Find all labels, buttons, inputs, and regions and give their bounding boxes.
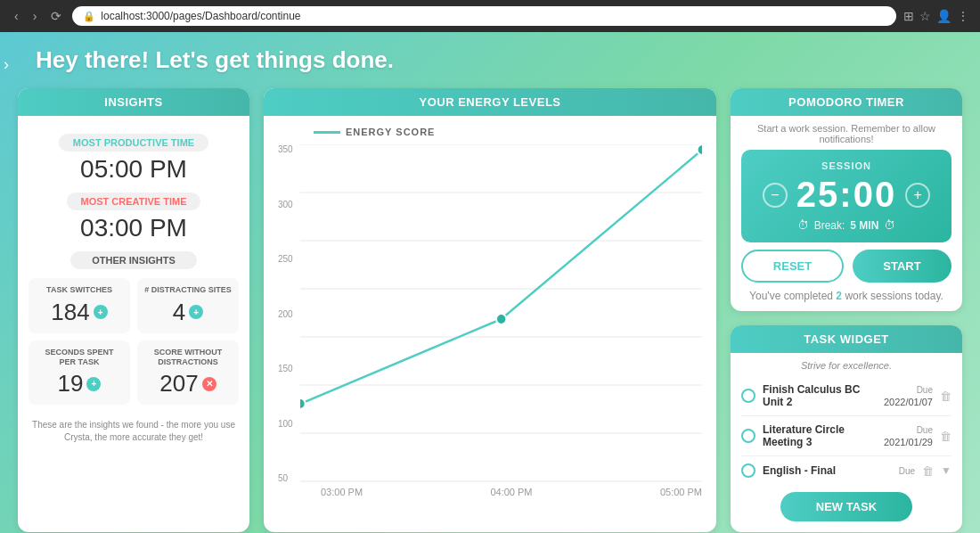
chart-area: 350 300 250 200 150 100 50 [278, 144, 702, 483]
stat-distracting-sites-title: # DISTRACTING SITES [144, 285, 232, 295]
chart-svg-container [300, 144, 702, 483]
page-headline: Hey there! Let's get things done. [18, 46, 962, 74]
pomodoro-reset-button[interactable]: RESET [741, 250, 844, 283]
insights-header: INSIGHTS [18, 88, 249, 116]
main-grid: INSIGHTS MOST PRODUCTIVE TIME 05:00 PM M… [18, 88, 962, 532]
stat-task-switches-value: 184 [51, 299, 89, 326]
break-value: 5 MIN [850, 219, 878, 232]
energy-chart-card: YOUR ENERGY LEVELS ENERGY SCORE 350 300 … [264, 88, 716, 532]
task-widget-header: TASK WIDGET [731, 325, 962, 353]
task-radio-2[interactable] [741, 429, 755, 443]
task-radio-3[interactable] [741, 463, 755, 478]
stat-score-without-distractions-row: 207 ✕ [144, 370, 232, 398]
task-due-label-3: Due [899, 466, 915, 476]
task-widget-card: TASK WIDGET Strive for excellence. Finis… [731, 325, 962, 532]
task-item-3: English - Final Due 🗑 ▼ [741, 456, 951, 485]
task-due-section-3: Due [899, 466, 915, 476]
y-label-250: 250 [278, 254, 293, 264]
task-info-3: English - Final [763, 464, 892, 477]
right-panel: POMODORO TIMER Start a work session. Rem… [731, 88, 962, 532]
insight-footnote: These are the insights we found - the mo… [29, 414, 239, 449]
completed-count: 2 [836, 290, 842, 302]
stat-seconds-per-task-value: 19 [58, 370, 84, 398]
most-creative-label-container: MOST CREATIVE TIME [29, 193, 239, 210]
y-label-50: 50 [278, 473, 293, 483]
url-text: localhost:3000/pages/Dashboard/continue [101, 10, 300, 22]
task-delete-button-3[interactable]: 🗑 [922, 464, 934, 478]
task-name-2: Literature Circle Meeting 3 [763, 423, 877, 448]
pomodoro-completed: You've completed 2 work sessions today. [731, 290, 962, 311]
pomodoro-controls: RESET START [731, 250, 962, 283]
stat-distracting-sites-badge: + [189, 305, 203, 319]
stat-seconds-per-task: SECONDS SPENT PER TASK 19 + [29, 340, 130, 406]
task-name-1: Finish Calculus BC Unit 2 [763, 383, 877, 408]
completed-text: You've completed [749, 290, 833, 302]
y-label-150: 150 [278, 364, 293, 373]
stats-grid: TASK SWITCHES 184 + # DISTRACTING SITES … [29, 278, 239, 405]
chart-dot-3 [697, 144, 702, 155]
most-creative-label: MOST CREATIVE TIME [67, 193, 201, 210]
url-bar[interactable]: 🔒 localhost:3000/pages/Dashboard/continu… [72, 6, 896, 26]
stat-task-switches: TASK SWITCHES 184 + [29, 278, 130, 333]
insights-card: INSIGHTS MOST PRODUCTIVE TIME 05:00 PM M… [18, 88, 249, 532]
y-label-100: 100 [278, 419, 293, 429]
stat-score-without-distractions: SCORE WITHOUT DISTRACTIONS 207 ✕ [137, 340, 239, 406]
pomodoro-timer-display: SESSION − 25:00 + ⏱ Break: 5 MIN ⏱ [741, 150, 951, 242]
task-list: Finish Calculus BC Unit 2 Due 2022/01/07… [731, 376, 962, 485]
nav-forward-button[interactable]: › [29, 7, 41, 25]
break-label: Break: [814, 219, 845, 232]
page-wrapper: › Hey there! Let's get things done. INSI… [0, 32, 980, 533]
nav-refresh-button[interactable]: ⟳ [47, 7, 65, 25]
task-due-section-2: Due 2021/01/29 [884, 425, 933, 447]
new-task-button[interactable]: NEW TASK [780, 492, 912, 521]
task-delete-button-1[interactable]: 🗑 [940, 390, 951, 403]
pomodoro-subtitle: Start a work session. Remember to allow … [731, 116, 962, 150]
x-label-3pm: 03:00 PM [321, 487, 363, 497]
task-due-label-1: Due [917, 385, 933, 395]
browser-actions: ⊞ ☆ 👤 ⋮ [903, 9, 969, 23]
task-due-section-1: Due 2022/01/07 [884, 385, 933, 407]
star-button[interactable]: ☆ [919, 9, 931, 23]
stat-seconds-per-task-row: 19 + [36, 370, 123, 398]
profile-button[interactable]: 👤 [936, 9, 951, 23]
stat-distracting-sites: # DISTRACTING SITES 4 + [137, 278, 239, 333]
chart-dot-2 [496, 314, 506, 324]
chart-dot-1 [300, 398, 306, 409]
task-radio-1[interactable] [741, 389, 755, 403]
pomodoro-header: POMODORO TIMER [731, 88, 962, 116]
browser-bar: ‹ › ⟳ 🔒 localhost:3000/pages/Dashboard/c… [0, 0, 980, 32]
menu-button[interactable]: ⋮ [957, 9, 969, 23]
nav-back-button[interactable]: ‹ [11, 7, 22, 25]
most-creative-value: 03:00 PM [29, 214, 239, 242]
chart-line [300, 150, 702, 404]
timer-minus-button[interactable]: − [763, 183, 788, 208]
extensions-button[interactable]: ⊞ [903, 9, 914, 23]
session-label: SESSION [821, 160, 871, 171]
sidebar-toggle-button[interactable]: › [4, 55, 9, 74]
y-label-300: 300 [278, 200, 293, 209]
pomodoro-card: POMODORO TIMER Start a work session. Rem… [731, 88, 962, 311]
task-delete-button-2[interactable]: 🗑 [940, 430, 951, 443]
break-row: ⏱ Break: 5 MIN ⏱ [797, 218, 896, 232]
most-productive-label: MOST PRODUCTIVE TIME [59, 134, 208, 152]
pomodoro-start-button[interactable]: START [853, 250, 951, 283]
task-item-2: Literature Circle Meeting 3 Due 2021/01/… [741, 416, 951, 456]
new-task-section: NEW TASK [731, 485, 962, 532]
most-productive-value: 05:00 PM [29, 155, 239, 184]
task-dropdown-icon-3: ▼ [941, 464, 951, 477]
task-widget-subtitle: Strive for excellence. [731, 353, 962, 376]
stat-seconds-per-task-title: SECONDS SPENT PER TASK [36, 348, 123, 367]
y-label-350: 350 [278, 144, 293, 154]
y-label-200: 200 [278, 309, 293, 319]
x-label-5pm: 05:00 PM [660, 487, 702, 497]
stat-task-switches-title: TASK SWITCHES [36, 285, 123, 295]
other-insights-label: OTHER INSIGHTS [70, 251, 197, 269]
timer-value: 25:00 [796, 175, 896, 215]
task-due-date-2: 2021/01/29 [884, 437, 933, 447]
x-axis: 03:00 PM 04:00 PM 05:00 PM [278, 487, 702, 497]
timer-plus-button[interactable]: + [905, 183, 930, 208]
break-icon-right: ⏱ [884, 218, 895, 232]
x-label-4pm: 04:00 PM [490, 487, 532, 497]
legend-line [314, 131, 340, 134]
energy-chart-body: ENERGY SCORE 350 300 250 200 150 100 50 [264, 116, 716, 508]
